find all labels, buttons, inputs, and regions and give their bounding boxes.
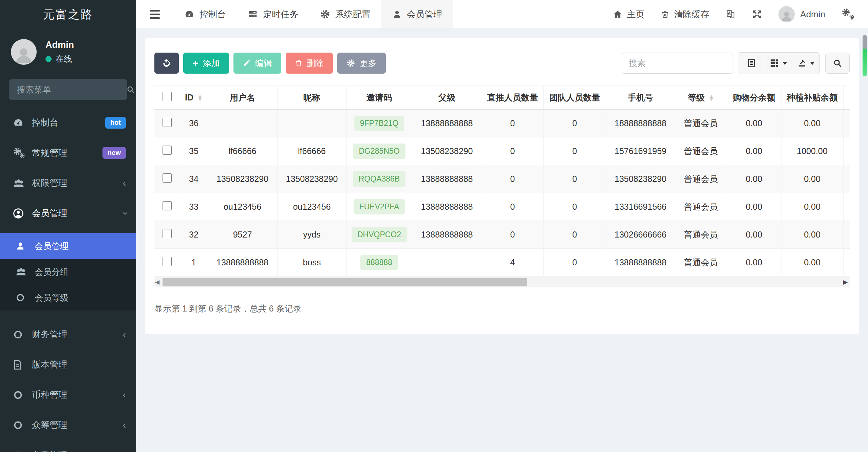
scroll-right-arrow-icon[interactable]: ▶	[843, 279, 848, 286]
sidebar-item-articles[interactable]: 文章管理	[0, 440, 136, 452]
horizontal-scrollbar-thumb[interactable]	[163, 278, 527, 286]
scroll-left-arrow-icon[interactable]: ◀	[155, 279, 159, 286]
invite-code-badge: RQQA386B	[353, 171, 405, 187]
new-badge: new	[102, 147, 126, 159]
cell-username: 13508238290	[208, 165, 277, 193]
sort-icon[interactable]: ▲▼	[197, 94, 203, 101]
sidebar-item-crowdfunding[interactable]: 众筹管理 ‹	[0, 410, 136, 440]
submenu-item-member-groups[interactable]: 会员分组	[0, 259, 136, 285]
sidebar-item-currency[interactable]: 币种管理 ‹	[0, 380, 136, 410]
more-label: 更多	[360, 58, 377, 69]
translate-icon[interactable]	[725, 9, 736, 19]
cell-level: 普通会员	[675, 165, 727, 193]
cell-level: 普通会员	[675, 221, 727, 249]
plus-icon: +	[192, 58, 199, 68]
cell-plant: 0.00	[781, 249, 843, 277]
sidebar-item-console[interactable]: 控制台 hot	[0, 108, 136, 138]
sort-icon[interactable]: ▲▼	[709, 94, 714, 101]
menu-search-input[interactable]	[17, 85, 126, 95]
cell-username: 13888888888	[208, 249, 277, 277]
cell-username	[208, 110, 277, 137]
vertical-scrollbar-thumb[interactable]	[863, 35, 867, 76]
home-icon	[613, 10, 622, 19]
col-level[interactable]: 等级▲▼	[675, 86, 727, 110]
gears-icon[interactable]	[842, 8, 855, 21]
tab-scheduled-tasks[interactable]: 定时任务	[237, 0, 309, 29]
cell-parent: 13888888888	[412, 110, 482, 137]
submenu-item-member-levels[interactable]: 会员等级	[0, 285, 136, 310]
sidebar-item-label: 财务管理	[32, 328, 67, 340]
cell-nickname: lf66666	[277, 137, 346, 165]
columns-toggle-button[interactable]	[765, 53, 792, 74]
delete-button[interactable]: 删除	[286, 53, 333, 74]
table-row: 341350823829013508238290RQQA386B13888888…	[154, 165, 850, 193]
cell-level: 普通会员	[675, 193, 727, 221]
col-nickname: 昵称	[277, 86, 346, 110]
tab-console[interactable]: 控制台	[173, 0, 237, 29]
sidebar-item-general[interactable]: 常规管理 new	[0, 138, 136, 168]
pagination-info: 显示第 1 到第 6 条记录，总共 6 条记录	[154, 303, 850, 314]
table-search-input[interactable]	[622, 53, 733, 74]
cell-invite: DHVQPCO2	[346, 221, 412, 249]
row-checkbox[interactable]	[163, 118, 172, 127]
cell-direct: 0	[482, 165, 543, 193]
clear-cache-label: 清除缓存	[674, 8, 709, 20]
search-icon[interactable]	[126, 85, 135, 94]
circle-icon	[13, 390, 32, 400]
sidebar-item-permissions[interactable]: 权限管理 ‹	[0, 168, 136, 198]
hamburger-menu-icon[interactable]	[136, 0, 173, 29]
cell-shop: 0.00	[727, 137, 781, 165]
tab-member-manage[interactable]: 会员管理	[381, 0, 453, 29]
avatar	[11, 39, 37, 65]
edit-button[interactable]: 编辑	[233, 53, 281, 74]
cell-id: 32	[180, 221, 208, 249]
tab-system-config[interactable]: 系统配置	[309, 0, 381, 29]
sidebar-item-finance[interactable]: 财务管理 ‹	[0, 319, 136, 350]
col-id[interactable]: ID▲▼	[180, 86, 208, 110]
cell-team: 0	[543, 193, 606, 221]
cell-checkbox	[154, 221, 180, 249]
cell-checkbox	[154, 110, 180, 137]
submenu-item-member-manage[interactable]: 会员管理	[0, 233, 136, 259]
cell-plant: 0.00	[781, 165, 843, 193]
row-checkbox[interactable]	[163, 201, 172, 210]
refresh-button[interactable]	[154, 53, 179, 74]
cell-nickname: boss	[277, 249, 346, 277]
gears-icon	[13, 147, 32, 159]
search-button[interactable]	[825, 53, 850, 74]
detail-view-button[interactable]	[738, 53, 765, 74]
horizontal-scrollbar[interactable]: ◀ ▶	[154, 277, 850, 287]
row-checkbox[interactable]	[163, 257, 172, 266]
sidebar-menu: 控制台 hot 常规管理 new 权限管理 ‹ 会员管理 ‹	[0, 108, 136, 452]
export-button[interactable]	[792, 53, 819, 74]
row-checkbox[interactable]	[163, 229, 172, 238]
select-all-checkbox[interactable]	[163, 92, 172, 101]
cell-filler	[843, 110, 850, 137]
cell-id: 35	[180, 137, 208, 165]
clear-cache-link[interactable]: 清除缓存	[661, 8, 709, 20]
fullscreen-icon[interactable]	[752, 9, 762, 19]
cell-direct: 0	[482, 137, 543, 165]
sidebar-item-label: 常规管理	[32, 147, 67, 159]
add-button[interactable]: + 添加	[183, 53, 229, 74]
sidebar-item-versions[interactable]: 版本管理	[0, 350, 136, 380]
col-label: ID	[185, 93, 193, 102]
navbar-username: Admin	[800, 9, 825, 20]
cell-parent: 13888888888	[412, 221, 482, 249]
submenu-item-label: 会员分组	[35, 266, 69, 278]
navbar-user-menu[interactable]: Admin	[778, 6, 825, 22]
row-checkbox[interactable]	[163, 146, 172, 155]
tab-label: 会员管理	[407, 8, 442, 20]
col-invite-code: 邀请码	[346, 86, 412, 110]
table-row: 33ou123456ou123456FUEV2PFA13888888888001…	[154, 193, 850, 221]
col-phone: 手机号	[606, 86, 675, 110]
cell-id: 1	[180, 249, 208, 277]
cell-direct: 0	[482, 221, 543, 249]
row-checkbox[interactable]	[163, 173, 172, 183]
user-meta: Admin 在线	[45, 40, 74, 64]
home-link[interactable]: 主页	[613, 8, 644, 20]
sidebar-item-label: 控制台	[32, 117, 58, 129]
sidebar-item-members[interactable]: 会员管理 ‹	[0, 198, 136, 228]
cell-level: 普通会员	[675, 137, 727, 165]
more-button[interactable]: 更多	[337, 53, 386, 74]
